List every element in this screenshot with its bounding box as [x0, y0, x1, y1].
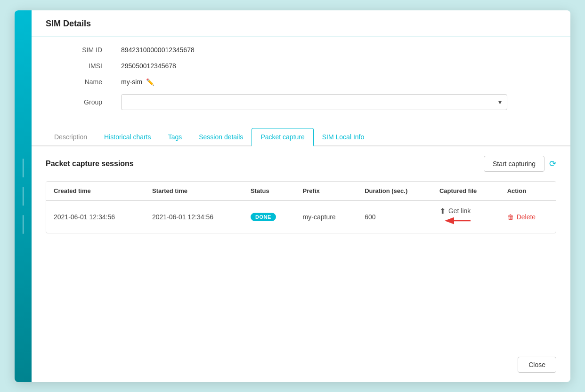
sim-id-value: 89423100000012345678 [121, 46, 195, 54]
details-section: SIM ID 89423100000012345678 IMSI 2950500… [32, 37, 570, 123]
left-accent-bar [15, 10, 32, 382]
modal-title: SIM Details [46, 19, 91, 28]
get-link-button[interactable]: ⬆ Get link [439, 207, 492, 216]
name-label: Name [60, 78, 102, 86]
col-created-time: Created time [46, 182, 145, 200]
accent-line-1 [23, 159, 24, 177]
name-value-wrapper: my-sim ✏️ [121, 78, 154, 86]
tab-tags[interactable]: Tags [160, 128, 191, 145]
cell-status: DONE [243, 200, 295, 233]
capture-sessions-table: Created time Started time Status Prefix … [46, 182, 556, 233]
col-started-time: Started time [145, 182, 243, 200]
delete-label: Delete [517, 213, 536, 221]
table-body: 2021-06-01 12:34:56 2021-06-01 12:34:56 … [46, 200, 556, 233]
imsi-row: IMSI 295050012345678 [60, 62, 542, 70]
edit-name-icon[interactable]: ✏️ [146, 78, 154, 86]
imsi-label: IMSI [60, 62, 102, 70]
cell-started-time: 2021-06-01 12:34:56 [145, 200, 243, 233]
group-select-wrapper: ▾ [121, 94, 507, 110]
cell-duration: 600 [357, 200, 432, 233]
name-text: my-sim [121, 78, 142, 86]
modal-content: SIM Details SIM ID 89423100000012345678 … [32, 10, 570, 382]
section-actions: Start capturing ⟳ [484, 156, 556, 172]
close-button[interactable]: Close [518, 357, 556, 373]
packet-capture-table: Created time Started time Status Prefix … [46, 181, 556, 233]
tab-session-details[interactable]: Session details [190, 128, 252, 145]
section-title: Packet capture sessions [46, 160, 134, 168]
col-captured-file: Captured file [432, 182, 500, 200]
cloud-download-icon: ⬆ [439, 207, 446, 216]
modal-footer: Close [32, 350, 570, 382]
col-status: Status [243, 182, 295, 200]
start-capturing-button[interactable]: Start capturing [484, 156, 544, 172]
main-content: Packet capture sessions Start capturing … [32, 146, 570, 350]
group-row: Group ▾ [60, 94, 542, 110]
modal-header: SIM Details [32, 10, 570, 37]
col-prefix: Prefix [295, 182, 358, 200]
refresh-icon[interactable]: ⟳ [549, 159, 556, 169]
tab-sim-local-info[interactable]: SIM Local Info [314, 128, 373, 145]
tabs-bar: Description Historical charts Tags Sessi… [32, 128, 570, 146]
sim-id-row: SIM ID 89423100000012345678 [60, 46, 542, 54]
table-header: Created time Started time Status Prefix … [46, 182, 556, 200]
tab-packet-capture[interactable]: Packet capture [252, 128, 313, 146]
accent-line-2 [23, 187, 24, 206]
group-label: Group [60, 98, 102, 106]
accent-line-3 [23, 215, 24, 234]
group-select[interactable] [121, 94, 507, 110]
sim-id-label: SIM ID [60, 46, 102, 54]
modal-container: SIM Details SIM ID 89423100000012345678 … [15, 10, 570, 382]
col-action: Action [500, 182, 556, 200]
name-row: Name my-sim ✏️ [60, 78, 542, 86]
red-arrow-annotation [443, 216, 471, 227]
tab-historical-charts[interactable]: Historical charts [96, 128, 160, 145]
table-row: 2021-06-01 12:34:56 2021-06-01 12:34:56 … [46, 200, 556, 233]
cell-prefix: my-capture [295, 200, 358, 233]
cell-captured-file: ⬆ Get link [432, 200, 500, 233]
delete-button[interactable]: 🗑 Delete [507, 213, 536, 221]
get-link-label: Get link [448, 207, 471, 215]
header-row: Created time Started time Status Prefix … [46, 182, 556, 200]
cell-action: 🗑 Delete [500, 200, 556, 233]
status-badge: DONE [251, 213, 276, 221]
cell-created-time: 2021-06-01 12:34:56 [46, 200, 145, 233]
section-header: Packet capture sessions Start capturing … [46, 156, 556, 172]
trash-icon: 🗑 [507, 213, 514, 221]
tab-description[interactable]: Description [46, 128, 96, 145]
imsi-value: 295050012345678 [121, 62, 176, 70]
col-duration: Duration (sec.) [357, 182, 432, 200]
